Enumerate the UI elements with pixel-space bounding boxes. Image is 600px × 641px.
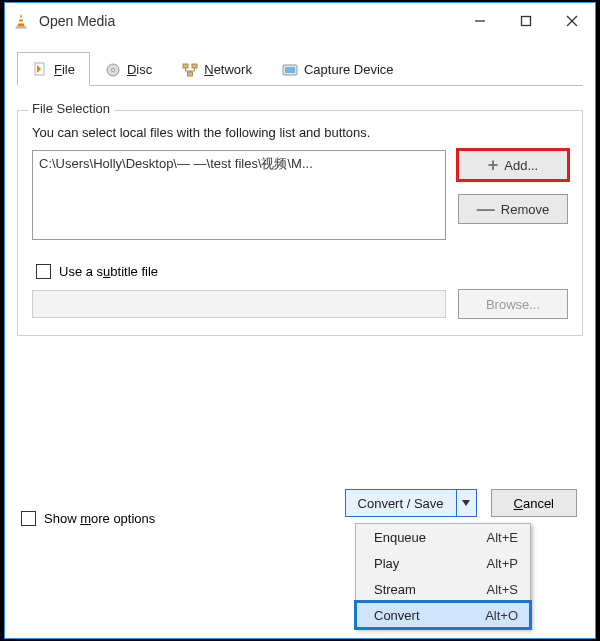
- add-button[interactable]: + Add...: [458, 150, 568, 180]
- window-title: Open Media: [39, 13, 457, 29]
- tab-disc-label: Disc: [127, 62, 152, 77]
- vlc-icon: [11, 11, 31, 31]
- tab-network-label: Network: [204, 62, 252, 77]
- svg-point-11: [111, 68, 114, 71]
- network-icon: [182, 62, 198, 78]
- svg-marker-21: [462, 500, 470, 506]
- svg-rect-2: [18, 21, 25, 23]
- svg-rect-3: [16, 26, 27, 28]
- file-list-item[interactable]: C:\Users\Holly\Desktop\— —\test files\视频…: [39, 155, 439, 173]
- file-list[interactable]: C:\Users\Holly\Desktop\— —\test files\视频…: [32, 150, 446, 240]
- convert-save-button[interactable]: Convert / Save: [345, 489, 457, 517]
- tab-capture[interactable]: Capture Device: [267, 52, 409, 86]
- subtitle-checkbox[interactable]: [36, 264, 51, 279]
- browse-button-label: Browse...: [486, 297, 540, 312]
- window-controls: [457, 5, 595, 37]
- cancel-button[interactable]: Cancel: [491, 489, 577, 517]
- convert-save-dropdown[interactable]: [457, 489, 477, 517]
- svg-rect-12: [183, 64, 188, 68]
- menu-item-stream[interactable]: Stream Alt+S: [356, 576, 530, 602]
- dialog-buttons: Convert / Save Cancel: [345, 489, 577, 517]
- menu-item-label: Convert: [374, 608, 485, 623]
- browse-button: Browse...: [458, 289, 568, 319]
- svg-marker-0: [17, 14, 24, 27]
- svg-rect-5: [522, 17, 531, 26]
- tab-disc[interactable]: Disc: [90, 52, 167, 86]
- subtitle-path-field: [32, 290, 446, 318]
- remove-button-label: Remove: [501, 202, 549, 217]
- svg-rect-13: [192, 64, 197, 68]
- maximize-button[interactable]: [503, 5, 549, 37]
- minimize-button[interactable]: [457, 5, 503, 37]
- menu-item-play[interactable]: Play Alt+P: [356, 550, 530, 576]
- file-icon: [32, 61, 48, 77]
- menu-item-label: Enqueue: [374, 530, 487, 545]
- menu-item-enqueue[interactable]: Enqueue Alt+E: [356, 524, 530, 550]
- tab-file[interactable]: File: [17, 52, 90, 86]
- svg-rect-14: [188, 72, 193, 76]
- disc-icon: [105, 62, 121, 78]
- menu-item-convert[interactable]: Convert Alt+O: [356, 602, 530, 628]
- convert-save-split-button: Convert / Save: [345, 489, 477, 517]
- tab-file-label: File: [54, 62, 75, 77]
- menu-item-accel: Alt+P: [487, 556, 518, 571]
- file-selection-group: File Selection You can select local file…: [17, 110, 583, 336]
- file-selection-instruction: You can select local files with the foll…: [32, 125, 568, 140]
- add-button-label: Add...: [504, 158, 538, 173]
- convert-save-menu: Enqueue Alt+E Play Alt+P Stream Alt+S Co…: [355, 523, 531, 629]
- open-media-window: Open Media File: [4, 2, 596, 639]
- more-options-label: Show more options: [44, 511, 155, 526]
- menu-item-accel: Alt+E: [487, 530, 518, 545]
- menu-item-label: Stream: [374, 582, 487, 597]
- menu-item-label: Play: [374, 556, 487, 571]
- capture-icon: [282, 62, 298, 78]
- tab-bar: File Disc Network Capture Device: [17, 51, 583, 86]
- subtitle-checkbox-row: Use a subtitle file: [36, 264, 568, 279]
- file-selection-legend: File Selection: [28, 101, 114, 116]
- tab-network[interactable]: Network: [167, 52, 267, 86]
- more-options-checkbox[interactable]: [21, 511, 36, 526]
- tab-capture-label: Capture Device: [304, 62, 394, 77]
- cancel-button-label: Cancel: [514, 496, 554, 511]
- chevron-down-icon: [461, 498, 471, 508]
- subtitle-label: Use a subtitle file: [59, 264, 158, 279]
- svg-rect-1: [18, 17, 23, 19]
- menu-item-accel: Alt+O: [485, 608, 518, 623]
- remove-button[interactable]: — Remove: [458, 194, 568, 224]
- title-bar: Open Media: [5, 3, 595, 39]
- close-button[interactable]: [549, 5, 595, 37]
- svg-rect-20: [285, 67, 295, 73]
- menu-item-accel: Alt+S: [487, 582, 518, 597]
- file-tab-pane: File Selection You can select local file…: [17, 86, 583, 461]
